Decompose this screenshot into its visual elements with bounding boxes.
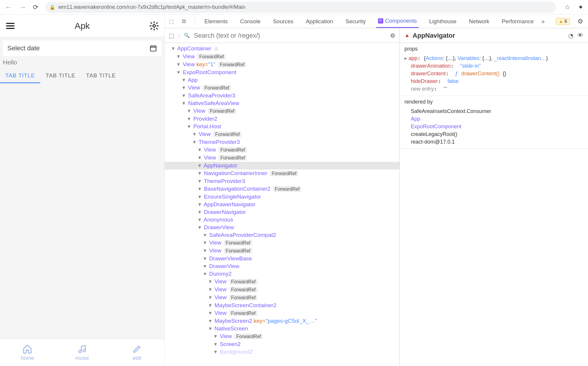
devtools-tab-performance[interactable]: Performance [500,15,536,28]
component-tree-panel: ⬚ | 🔍 ⚙ ▾ AppContainer ⚠▾ View ForwardRe… [165,28,400,366]
tree-node[interactable]: ▾ View ForwardRef [165,286,399,294]
tree-node[interactable]: ▾ Background2 [165,348,399,356]
tree-node[interactable]: ▾ View key="1" ForwardRef [165,61,399,69]
inspect-dom-icon[interactable]: 👁 [577,32,583,39]
tree-node[interactable]: ▾ View ForwardRef [165,53,399,61]
warning-icon: ▲ [404,32,410,39]
devtools-tab-sources[interactable]: Sources [271,15,295,28]
devtools-tab-elements[interactable]: Elements [203,15,229,28]
app-title: Apk [75,21,90,31]
tree-search-row: ⬚ | 🔍 ⚙ [165,28,399,43]
tree-node[interactable]: ▾ DrawerNavigator [165,208,399,216]
tree-node[interactable]: ▾ MaybeScreen2 key="pages-gC5ol_X_…" [165,317,399,325]
app-header: Apk [0,15,164,37]
tree-node[interactable]: ▾ AppDrawerNavigator [165,201,399,208]
rendered-by-item: SafeAreaInsetsContext.Consumer [404,107,583,115]
devtools-tab-network[interactable]: Network [467,15,491,28]
tree-node[interactable]: ▾ View ForwardRef [165,130,399,138]
tree-node[interactable]: ▾ Anonymous [165,216,399,224]
tree-node[interactable]: ▾ AppContainer ⚠ [165,45,399,53]
forward-button[interactable]: → [17,3,28,12]
bottom-nav-home[interactable]: home [0,339,55,366]
tree-node[interactable]: ▾ ThemeProvider3 [165,177,399,185]
component-tree[interactable]: ▾ AppContainer ⚠▾ View ForwardRef▾ View … [165,43,399,366]
tree-node[interactable]: ▾ Portal.Host [165,123,399,130]
devtools-tabs: ⬚ ⧉ ElementsConsoleSourcesApplicationSec… [165,15,588,28]
tree-node[interactable]: ▾ DrawerView [165,262,399,270]
props-heading: props [404,46,583,52]
tree-node[interactable]: ▾ View ForwardRef [165,146,399,154]
tree-node[interactable]: ▾ Provider2 [165,115,399,123]
tree-node[interactable]: ▾ DrawerView [165,224,399,231]
select-element-icon[interactable]: ⬚ [169,32,174,39]
devtools-tab-components[interactable]: Components [376,15,419,28]
inspect-element-icon[interactable]: ⬚ [168,18,175,25]
extensions-icon[interactable]: ✦ [576,4,585,11]
tree-node[interactable]: ▾ NativeScreen [165,325,399,332]
devtools-tab-lighthouse[interactable]: Lighthouse [427,15,458,28]
device-toggle-icon[interactable]: ⧉ [181,18,187,24]
rendered-by-item[interactable]: ExpoRootComponent [404,123,583,130]
tree-node[interactable]: ▾ DrawerViewBase [165,255,399,262]
back-button[interactable]: ← [3,3,14,12]
tree-node[interactable]: ▾ Dummy2 [165,270,399,278]
rendered-by-item: react-dom@17.0.1 [404,138,583,146]
app-preview-panel: Apk Select date Hello TAB TITLETAB TITLE… [0,15,165,366]
tree-node[interactable]: ▾ App [165,76,399,84]
tree-node[interactable]: ▾ View ForwardRef [165,154,399,162]
devtools-tab-console[interactable]: Console [238,15,262,28]
hamburger-icon[interactable] [5,21,15,31]
tree-node[interactable]: ▾ EnsureSingleNavigator [165,193,399,201]
address-bar[interactable]: 🔒 wm11.wavemakeronline.com/run-7x9x2d8c1… [45,2,556,13]
tree-node[interactable]: ▾ View ForwardRef [165,239,399,247]
rendered-by-section: rendered by SafeAreaInsetsContext.Consum… [400,96,588,149]
search-icon: 🔍 [184,33,190,38]
prop-row[interactable]: drawerAnimation: "slide-in" [404,62,583,70]
tree-node[interactable]: ▾ ThemeProvider3 [165,138,399,146]
tree-node[interactable]: ▾ View ForwardRef [165,107,399,115]
url-text: wm11.wavemakeronline.com/run-7x9x2d8c1p/… [58,4,245,10]
bookmark-icon[interactable]: ☆ [562,4,573,11]
more-tabs-icon[interactable]: » [541,18,544,25]
hello-text: Hello [0,56,164,68]
app-tab[interactable]: TAB TITLE [0,68,40,83]
tree-node[interactable]: ▾ ExpoRootComponent [165,69,399,76]
date-selector[interactable]: Select date [2,40,162,56]
suspense-icon[interactable]: ◔ [568,32,573,39]
tree-node[interactable]: ▾ View ForwardRef [165,332,399,340]
warnings-badge[interactable]: ▲6 [556,18,570,25]
tree-node[interactable]: ▾ Screen2 [165,340,399,348]
tree-node[interactable]: ▾ NativeSafeAreaView [165,99,399,107]
tree-node[interactable]: ▾ NavigationContainerInner ForwardRef [165,169,399,177]
tree-node[interactable]: ▾ View ForwardRef [165,278,399,286]
tree-node[interactable]: ▾ SafeAreaProviderCompat2 [165,231,399,239]
prop-row[interactable]: ▸ app: {Actions: {…}, Variables: {…}, _r… [404,54,583,62]
tree-node[interactable]: ▾ AppNavigator [165,162,399,169]
devtools-panel: ⬚ ⧉ ElementsConsoleSourcesApplicationSec… [165,15,588,366]
selected-component: AppNavigator [413,32,455,39]
prop-row[interactable]: drawerContent: ƒ drawerContent() {} [404,70,583,77]
app-tab[interactable]: TAB TITLE [40,68,81,83]
app-tab[interactable]: TAB TITLE [81,68,121,83]
app-tabs: TAB TITLETAB TITLETAB TITLE [0,68,164,83]
tree-node[interactable]: ▾ MaybeScreenContainer2 [165,302,399,309]
rendered-by-item[interactable]: App [404,115,583,123]
tree-settings-icon[interactable]: ⚙ [390,32,395,39]
tree-node[interactable]: ▾ SafeAreaProvider3 [165,92,399,99]
rendered-by-item: createLegacyRoot() [404,130,583,138]
reload-button[interactable]: ⟳ [31,4,40,11]
devtools-tab-application[interactable]: Application [304,15,335,28]
tree-node[interactable]: ▾ View ForwardRef [165,84,399,92]
devtools-tab-security[interactable]: Security [344,15,368,28]
search-input[interactable] [194,32,386,39]
settings-icon[interactable] [149,21,159,31]
prop-row[interactable]: new entry: "" [404,85,583,93]
tree-node[interactable]: ▾ View ForwardRef [165,294,399,302]
tree-node[interactable]: ▾ BaseNavigationContainer2 ForwardRef [165,185,399,193]
bottom-nav-edit[interactable]: edit [110,339,164,366]
tree-node[interactable]: ▾ View ForwardRef [165,247,399,255]
bottom-nav-music[interactable]: music [55,339,109,366]
tree-node[interactable]: ▾ View ForwardRef [165,309,399,317]
devtools-settings-icon[interactable]: ⚙ [576,18,585,25]
prop-row[interactable]: hideDrawer: false [404,77,583,85]
